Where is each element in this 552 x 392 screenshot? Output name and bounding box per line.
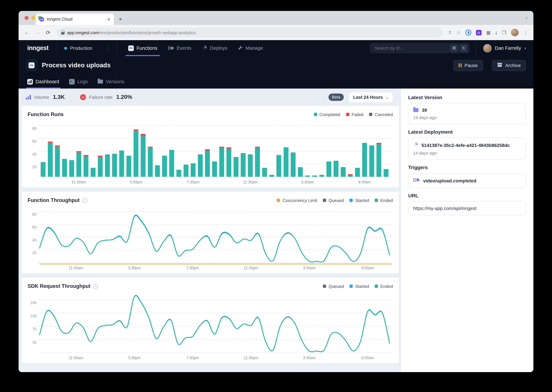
legend-item[interactable]: Queued xyxy=(323,284,344,289)
archive-button[interactable]: Archive xyxy=(492,60,526,71)
url-path: /env/production/functions/growth-webapp-… xyxy=(99,30,196,35)
svg-text:40: 40 xyxy=(32,152,36,156)
next-section-strip xyxy=(22,365,399,371)
main-column: Volume 1.3K ✕ Failure rate 1.20% Beta La… xyxy=(19,89,400,372)
info-icon[interactable]: i xyxy=(82,198,87,203)
failure-rate-value: 1.20% xyxy=(116,94,132,100)
browser-tab[interactable]: Inngest Cloud ✕ xyxy=(36,14,114,25)
pause-button[interactable]: Pause xyxy=(453,60,483,71)
browser-menu-kebab-icon[interactable]: ⋮ xyxy=(523,30,528,35)
latest-deployment-card[interactable]: 5141387e-35c2-4efe-a421-4843b86258dc 14 … xyxy=(408,138,526,160)
desktop: Inngest Cloud ✕ + ⌄ ← → ⟳ app.inngest.co… xyxy=(0,0,552,392)
legend-dot xyxy=(323,285,326,288)
nav-item-functions[interactable]: <> Functions xyxy=(124,40,161,56)
browser-tabstrip: Inngest Cloud ✕ + ⌄ xyxy=(19,11,533,25)
legend-item[interactable]: Completed xyxy=(314,112,341,117)
trigger-value: video/upload.completed xyxy=(423,178,476,183)
sdk-throughput-legend[interactable]: QueuedStartedEnded xyxy=(323,284,393,289)
downloads-icon[interactable]: ⤓ xyxy=(495,30,497,35)
function-throughput-line-chart[interactable]: 2040608011:30am3:30pm7:30pm11:30pm3:30am… xyxy=(28,205,393,271)
environment-status-dot xyxy=(64,47,67,49)
svg-text:60: 60 xyxy=(32,225,36,229)
search-input[interactable] xyxy=(375,46,448,51)
legend-item[interactable]: Queued xyxy=(323,198,344,203)
browser-profile-avatar[interactable] xyxy=(511,28,519,36)
legend-label: Started xyxy=(355,198,369,203)
legend-item[interactable]: Started xyxy=(349,284,369,289)
reload-button[interactable]: ⟳ xyxy=(44,29,52,36)
legend-label: Queued xyxy=(328,284,344,289)
inngest-logo[interactable]: inngest xyxy=(19,40,57,56)
share-icon[interactable]: ⇧ xyxy=(448,30,452,35)
volume-label: Volume xyxy=(34,95,49,100)
svg-text:140: 140 xyxy=(30,301,36,305)
latest-deployment-value: 5141387e-35c2-4efe-a421-4843b86258dc xyxy=(421,142,510,148)
sdk-throughput-line-chart[interactable]: 357010514011:30am3:30pm7:30pm11:30pm3:30… xyxy=(28,291,393,361)
nav-item-label: Manage xyxy=(246,45,263,51)
user-menu[interactable]: Dan Farrelly ▾ xyxy=(476,40,533,56)
legend-item[interactable]: Ended xyxy=(375,198,393,203)
svg-text:7:30pm: 7:30pm xyxy=(187,180,200,184)
tab-label: Dashboard xyxy=(36,79,59,84)
function-runs-legend[interactable]: CompletedFailedCanceled xyxy=(314,112,393,117)
svg-text:3:30am: 3:30am xyxy=(303,356,316,360)
legend-item[interactable]: Canceled xyxy=(369,112,393,117)
bookmark-star-icon[interactable]: ☆ xyxy=(457,30,461,35)
browser-window: Inngest Cloud ✕ + ⌄ ← → ⟳ app.inngest.co… xyxy=(19,11,533,372)
nav-item-label: Deploys xyxy=(210,45,227,51)
new-tab-button[interactable]: + xyxy=(119,16,122,22)
nav-item-manage[interactable]: Manage xyxy=(234,40,267,56)
user-name: Dan Farrelly xyxy=(495,45,521,51)
legend-dot xyxy=(349,199,353,202)
legend-label: Canceled xyxy=(375,112,393,117)
tab-search-chevron-icon[interactable]: ⌄ xyxy=(525,15,528,20)
url-host: app.inngest.com xyxy=(67,30,99,35)
purple-extension-icon[interactable]: ◍ xyxy=(476,30,482,35)
svg-text:9:00am: 9:00am xyxy=(361,356,374,360)
pause-label: Pause xyxy=(465,63,478,68)
nav-item-label: Functions xyxy=(137,45,157,51)
latest-deployment-heading: Latest Deployment xyxy=(408,129,526,135)
minimize-window-button[interactable] xyxy=(31,16,35,20)
reading-list-icon[interactable]: ❐ xyxy=(502,30,506,35)
legend-label: Queued xyxy=(328,198,344,203)
address-bar[interactable]: app.inngest.com/env/production/functions… xyxy=(57,28,443,37)
svg-text:3:30pm: 3:30pm xyxy=(130,180,142,184)
time-range-dropdown[interactable]: Last 24 Hours ⌄ xyxy=(349,92,393,103)
tab-title: Inngest Cloud xyxy=(47,17,104,21)
pause-icon xyxy=(459,63,462,67)
nav-item-events[interactable]: Events xyxy=(164,40,196,56)
search-bar[interactable]: ⌘ K xyxy=(370,43,470,53)
tab-label: Logs xyxy=(77,79,88,84)
svg-text:11:30am: 11:30am xyxy=(72,180,86,184)
password-manager-extension-icon[interactable] xyxy=(465,29,471,35)
function-header: <> Process video uploads Pause Archive xyxy=(19,56,533,75)
svg-text:60: 60 xyxy=(32,139,36,143)
info-icon[interactable]: i xyxy=(93,284,98,289)
legend-item[interactable]: Failed xyxy=(346,112,363,117)
legend-item[interactable]: Concurrency Limit xyxy=(277,198,317,203)
nav-item-label: Events xyxy=(177,45,191,51)
svg-text:11:30am: 11:30am xyxy=(69,356,83,360)
legend-item[interactable]: Started xyxy=(349,198,369,203)
back-button[interactable]: ← xyxy=(22,29,31,35)
wrench-icon xyxy=(238,45,243,51)
sidebar: Latest Version 39 14 days ago Latest Dep… xyxy=(400,89,533,372)
tab-close-icon[interactable]: ✕ xyxy=(107,17,111,22)
svg-text:105: 105 xyxy=(30,314,36,318)
close-window-button[interactable] xyxy=(25,16,29,20)
tab-dashboard[interactable]: Dashboard xyxy=(27,75,60,89)
forward-button[interactable]: → xyxy=(33,29,42,35)
tab-versions[interactable]: Versions xyxy=(97,75,125,89)
deployment-rocket-icon xyxy=(413,142,418,148)
tab-logs[interactable]: >_ Logs xyxy=(68,75,88,89)
legend-label: Ended xyxy=(380,284,393,289)
function-title: Process video uploads xyxy=(42,62,449,69)
nav-item-deploys[interactable]: Deploys xyxy=(198,40,232,56)
environment-selector[interactable]: Production ⌃⌄ xyxy=(58,40,116,56)
function-runs-title: Function Runs xyxy=(28,112,64,117)
extensions-puzzle-icon[interactable]: ▦ xyxy=(486,30,491,35)
function-throughput-legend[interactable]: Concurrency LimitQueuedStartedEnded xyxy=(277,198,393,203)
legend-item[interactable]: Ended xyxy=(375,284,393,289)
function-runs-bar-chart[interactable]: 2040608011:30am3:30pm7:30pm11:30pm3:30am… xyxy=(28,119,393,185)
